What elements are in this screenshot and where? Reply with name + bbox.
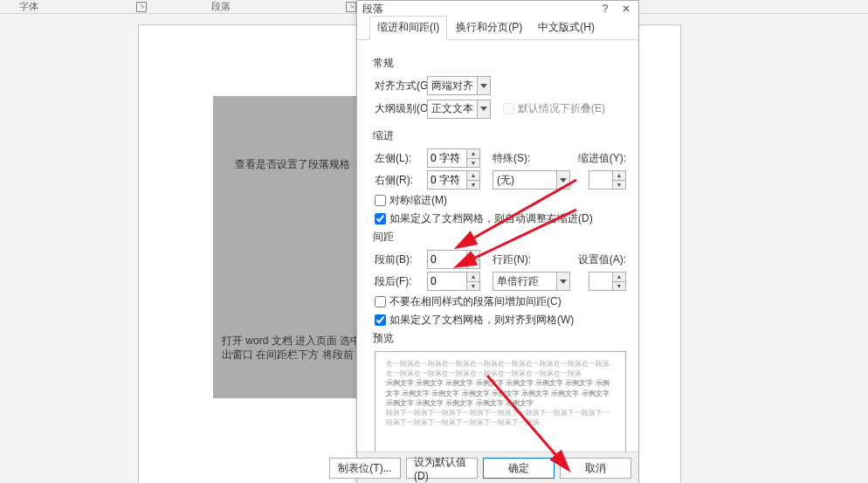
line-spacing-label: 行距(N): [493,252,538,267]
left-indent-label: 左侧(L): [375,151,427,166]
section-preview: 预览 [373,331,626,346]
preview-pane: 在一段落在一段落在一段落在一段落在一段落在一段落在一段落在一段落在一段落在一段落… [375,351,626,465]
auto-adjust-input[interactable] [375,213,386,224]
ribbon-group-font-label: 字体 [19,0,72,13]
collapsed-checkbox-input [503,103,514,114]
doc-text-line: 出窗口 在间距栏下方 将段前 [222,348,354,362]
help-icon[interactable]: ? [596,1,614,17]
spin-up-icon[interactable]: ▲ [467,251,479,260]
tab-asian-typography[interactable]: 中文版式(H) [531,17,602,39]
space-before-spinner[interactable]: ▲▼ [427,250,480,269]
close-icon[interactable]: ✕ [617,1,635,17]
spin-down-icon[interactable]: ▼ [467,260,479,269]
spacing-at-spinner[interactable]: ▲▼ [589,272,626,291]
outline-level-label: 大纲级别(O): [375,101,427,116]
special-indent-label: 特殊(S): [493,151,538,166]
special-indent-value: (无) [493,173,556,188]
space-after-spinner[interactable]: ▲▼ [427,272,480,291]
paragraph-dialog: 段落 ? ✕ 缩进和间距(I) 换行和分页(P) 中文版式(H) 常规 对齐方式… [356,0,639,483]
ribbon-group-paragraph-label: 段落 [211,0,264,13]
ok-button[interactable]: 确定 [483,458,555,479]
section-spacing: 间距 [373,230,626,245]
alignment-value: 两端对齐 [428,79,477,93]
spin-down-icon[interactable]: ▼ [613,181,625,190]
tab-indent-spacing[interactable]: 缩进和间距(I) [369,16,447,40]
no-space-same-style-label: 不要在相同样式的段落间增加间距(C) [389,294,561,309]
section-indent: 缩进 [373,128,626,143]
spin-down-icon[interactable]: ▼ [467,181,479,190]
alignment-combo[interactable]: 两端对齐 [427,76,491,95]
snap-to-grid-label: 如果定义了文档网格，则对齐到网格(W) [389,313,574,328]
right-indent-spinner[interactable]: ▲▼ [427,170,480,190]
outline-level-combo[interactable]: 正文文本 [427,100,491,119]
section-general: 常规 [373,56,626,71]
spacing-at-label: 设置值(A): [577,252,626,267]
spin-up-icon[interactable]: ▲ [613,273,625,282]
space-before-input[interactable] [428,251,466,268]
font-dialog-launcher-icon[interactable]: ↘ [136,2,147,12]
spin-down-icon[interactable]: ▼ [613,282,625,291]
spin-down-icon[interactable]: ▼ [467,282,479,291]
right-indent-input[interactable] [428,171,466,189]
indent-at-label: 缩进值(Y): [577,151,626,166]
preview-text: 在一段落在一段落在一段落在一段落在一段落在一段落在一段落在一段落在一段落在一段落… [386,359,615,378]
tab-line-page-breaks[interactable]: 换行和分页(P) [449,17,529,39]
collapsed-label: 默认情况下折叠(E) [518,101,605,116]
dialog-title: 段落 [362,3,383,15]
mirror-indents-label: 对称缩进(M) [389,193,447,208]
spacing-at-input[interactable] [589,273,612,290]
ribbon-group-font: 字体 ↘ [0,0,148,13]
snap-to-grid-input[interactable] [375,314,386,326]
preview-text: 段落下一段落下一段落下一段落下一段落下一段落下一段落下一段落下一段落下一段落下一… [386,408,615,427]
resize-handle-icon [224,344,235,355]
spin-up-icon[interactable]: ▲ [467,149,479,159]
right-indent-label: 右侧(R): [375,173,427,188]
mirror-indents-input[interactable] [375,195,386,206]
mirror-indents-checkbox[interactable]: 对称缩进(M) [375,193,626,208]
chevron-down-icon[interactable] [556,273,569,290]
paragraph-dialog-launcher-icon[interactable]: ↘ [346,2,356,12]
cancel-button[interactable]: 取消 [560,458,631,479]
no-space-same-style-checkbox[interactable]: 不要在相同样式的段落间增加间距(C) [375,294,626,309]
indent-at-input[interactable] [589,171,612,189]
outline-level-value: 正文文本 [428,101,477,116]
doc-text-line: 打开 word 文档 进入页面 选中 [222,334,361,348]
doc-text-line: 查看是否设置了段落规格 [235,157,350,172]
space-after-label: 段后(F): [375,274,427,289]
selection-highlight [213,96,356,117]
indent-at-spinner[interactable]: ▲▼ [589,170,626,190]
dialog-titlebar: 段落 ? ✕ [357,1,638,17]
set-default-button[interactable]: 设为默认值(D) [406,458,478,479]
chevron-down-icon[interactable] [477,77,490,94]
alignment-label: 对齐方式(G): [375,79,427,93]
line-spacing-value: 单倍行距 [493,274,556,289]
no-space-same-style-input[interactable] [375,296,386,307]
auto-adjust-label: 如果定义了文档网格，则自动调整右缩进(D) [389,211,593,226]
space-after-input[interactable] [428,273,466,290]
dialog-button-bar: 制表位(T)... 设为默认值(D) 确定 取消 [357,452,638,483]
line-spacing-combo[interactable]: 单倍行距 [493,272,570,291]
auto-adjust-right-indent-checkbox[interactable]: 如果定义了文档网格，则自动调整右缩进(D) [375,211,626,226]
left-indent-input[interactable] [428,149,466,167]
spin-up-icon[interactable]: ▲ [467,273,479,282]
chevron-down-icon[interactable] [477,100,490,118]
dialog-tabs: 缩进和间距(I) 换行和分页(P) 中文版式(H) [357,17,638,40]
space-before-label: 段前(B): [375,252,427,267]
preview-text: 示例文字 示例文字 示例文字 示例文字 示例文字 示例文字 示例文字 示例文字 … [386,378,615,408]
collapsed-by-default-checkbox[interactable]: 默认情况下折叠(E) [503,101,605,116]
ribbon-group-paragraph: 段落 ↘ [148,0,358,13]
spin-up-icon[interactable]: ▲ [613,171,625,181]
tabs-button[interactable]: 制表位(T)... [329,458,401,479]
left-indent-spinner[interactable]: ▲▼ [427,148,480,168]
chevron-down-icon[interactable] [556,171,569,189]
special-indent-combo[interactable]: (无) [493,170,570,190]
spin-up-icon[interactable]: ▲ [467,171,479,181]
snap-to-grid-checkbox[interactable]: 如果定义了文档网格，则对齐到网格(W) [375,313,626,328]
spin-down-icon[interactable]: ▼ [467,159,479,168]
